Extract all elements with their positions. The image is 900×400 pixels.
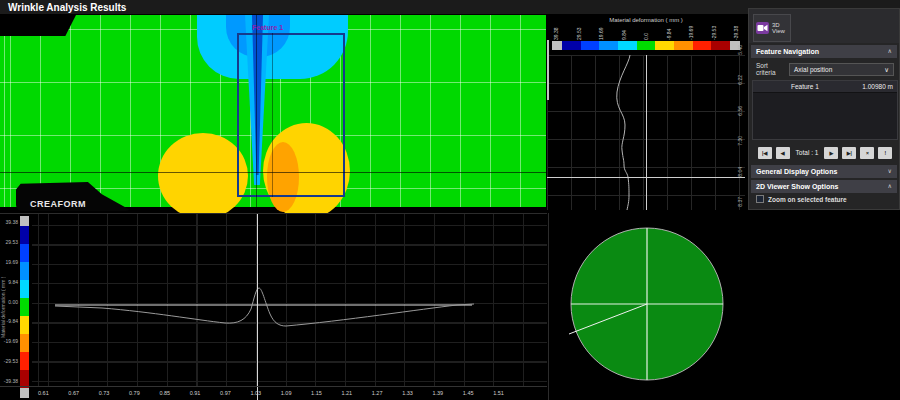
scale-tick: -29.53: [712, 24, 716, 40]
x-tick: 1.39: [432, 390, 443, 396]
x-tick: 0.67: [68, 390, 79, 396]
colorbar-segment: [581, 41, 600, 50]
scale-tick: 0.00: [8, 300, 18, 305]
scale-tick: -9.84: [7, 319, 18, 324]
scale-tick: 9.84: [622, 24, 626, 40]
feature-name: Feature 1: [791, 83, 862, 90]
feature-position: 1.00980 m: [862, 83, 893, 90]
scale-tick: 29.53: [577, 24, 581, 40]
tab-3d-view-label: 3D View: [772, 22, 785, 34]
x-tick: 1.03: [250, 390, 261, 396]
x-tick: 0.97: [220, 390, 231, 396]
oclock-tick: 7.30: [737, 136, 743, 146]
axial-profile-panel[interactable]: Material deformation ( mm ) 39.3829.5319…: [0, 213, 547, 400]
scale-title: Material deformation ( mm ): [547, 17, 745, 23]
zoom-on-feature-option[interactable]: Zoom on selected feature: [756, 195, 847, 203]
chevron-down-icon[interactable]: ∨: [888, 165, 892, 178]
section-general-display-options[interactable]: General Display Options ∨: [751, 165, 897, 178]
section-2d-viewer-show-options[interactable]: 2D Viewer Show Options ∧: [751, 180, 897, 193]
x-tick: 0.91: [190, 390, 201, 396]
scale-tick: 19.69: [5, 260, 18, 265]
colorbar-segment: [599, 41, 618, 50]
x-tick: 0.73: [99, 390, 110, 396]
section-title: Feature Navigation: [756, 45, 819, 58]
nav-button[interactable]: ×: [860, 147, 874, 159]
scale-tick: 9.84: [8, 280, 18, 285]
axial-plot-area[interactable]: [32, 214, 547, 386]
deformation-map-surface[interactable]: Feature 1 CREAFORM: [0, 15, 546, 207]
colorbar-segment: [552, 41, 562, 50]
colorbar-segment: [20, 226, 29, 244]
nav-button[interactable]: ▶: [824, 147, 838, 159]
scale-tick: -19.69: [689, 24, 693, 40]
nav-button[interactable]: ▶|: [842, 147, 856, 159]
nav-button[interactable]: !: [878, 147, 892, 159]
watermark-text: CREAFORM: [30, 199, 86, 209]
colorbar-segment: [20, 262, 29, 280]
axial-cursor-line[interactable]: [256, 15, 257, 207]
colorbar-segment: [20, 280, 29, 298]
colorbar-segment: [20, 352, 29, 370]
scale-tick: -29.53: [4, 359, 18, 364]
x-tick: 0.61: [38, 390, 49, 396]
zoom-on-feature-checkbox[interactable]: [756, 195, 764, 203]
deformation-map-panel[interactable]: Feature 1 CREAFORM: [0, 15, 546, 211]
selected-position-line[interactable]: [547, 177, 745, 178]
nav-button[interactable]: |◀: [758, 147, 772, 159]
cross-section-panel[interactable]: [548, 213, 900, 400]
scrollbar-thumb[interactable]: [547, 40, 549, 100]
tab-3d-view[interactable]: 3D View: [753, 14, 791, 42]
deformation-colorbar-vertical: [20, 216, 29, 398]
x-tick: 0.85: [159, 390, 170, 396]
colorbar-segment: [637, 41, 656, 50]
oclock-tick: 8.04: [737, 167, 743, 177]
circumferential-cursor-line[interactable]: [0, 172, 546, 173]
axial-profile-curve: [32, 214, 547, 386]
circumferential-profile-panel[interactable]: Material deformation ( mm ) 39.3829.5319…: [547, 15, 745, 210]
chevron-up-icon[interactable]: ∧: [888, 180, 892, 193]
feature-list[interactable]: Feature 1 1.00980 m: [752, 80, 898, 140]
scale-ticks-horizontal: 39.3829.5319.699.840.0-9.84-19.69-29.53-…: [554, 24, 738, 40]
section-feature-navigation[interactable]: Feature Navigation ∧: [751, 45, 897, 58]
x-axis-ticks: 0.610.670.730.790.850.910.971.031.091.15…: [38, 390, 504, 396]
scale-tick: 19.69: [599, 24, 603, 40]
colorbar-segment: [618, 41, 637, 50]
sort-criteria-value: Axial position: [794, 64, 832, 75]
cross-section-view: [549, 213, 900, 400]
x-tick: 1.09: [281, 390, 292, 396]
colorbar-segment: [693, 41, 712, 50]
axial-cursor-line[interactable]: [257, 214, 258, 400]
x-tick: 1.45: [463, 390, 474, 396]
scale-ticks-vertical: 39.3829.5319.699.840.00-9.84-19.69-29.53…: [3, 220, 18, 384]
chevron-up-icon[interactable]: ∧: [888, 45, 892, 58]
colorbar-segment: [20, 334, 29, 352]
feature-nav-buttons: |◀◀ Total : 1 ▶▶|×!: [755, 146, 895, 159]
feature-label[interactable]: Feature 1: [252, 24, 283, 31]
scale-tick: -39.38: [4, 379, 18, 384]
scale-tick: 29.53: [5, 240, 18, 245]
oclock-tick: 8.37: [737, 197, 743, 207]
x-tick: 1.21: [341, 390, 352, 396]
wrinkle-analysis-window: Wrinkle Analysis Results Feature 1 CREAF…: [0, 0, 900, 400]
scale-tick: 39.38: [5, 220, 18, 225]
colorbar-segment: [711, 41, 730, 50]
view-tabstrip: 3D View: [749, 9, 899, 43]
zoom-on-feature-label: Zoom on selected feature: [768, 196, 847, 203]
colorbar-segment: [674, 41, 693, 50]
sort-criteria-label: Sort criteria: [756, 62, 776, 76]
feature-list-row[interactable]: Feature 1 1.00980 m: [753, 81, 897, 93]
chevron-down-icon: ∨: [884, 64, 889, 75]
x-tick: 1.27: [372, 390, 383, 396]
section-title: 2D Viewer Show Options: [756, 180, 838, 193]
negative-lobe-left: [158, 133, 248, 219]
oclock-tick: 6.22: [737, 75, 743, 85]
colorbar-segment: [20, 298, 29, 316]
nav-button[interactable]: ◀: [776, 147, 790, 159]
colorbar-segment: [562, 41, 581, 50]
scan-void-corner: [0, 15, 76, 36]
oclock-axis: 5.486.226.567.308.048.37: [735, 45, 745, 207]
sort-criteria-select[interactable]: Axial position ∨: [789, 63, 894, 76]
colorbar-segment: [20, 316, 29, 334]
scale-tick: -9.84: [667, 24, 671, 40]
scanner-watermark: CREAFORM: [16, 182, 132, 211]
